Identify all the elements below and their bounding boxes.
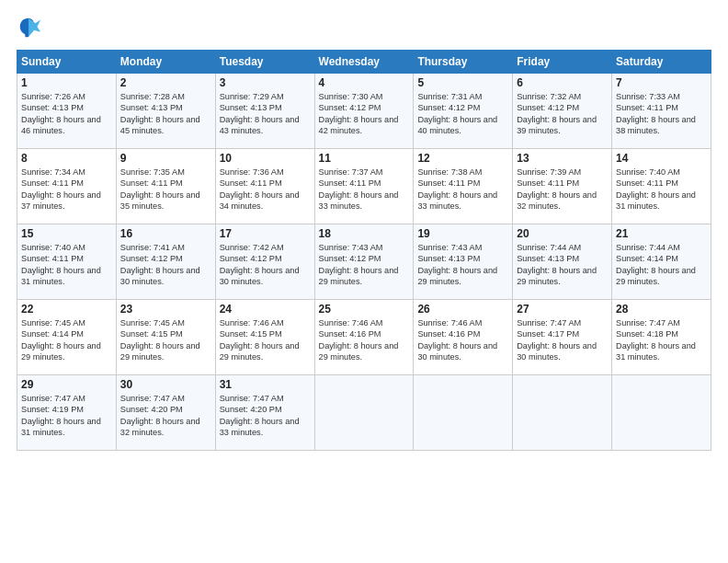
calendar-cell: 13 Sunrise: 7:39 AMSunset: 4:11 PMDaylig… (513, 149, 612, 224)
calendar-week-5: 29 Sunrise: 7:47 AMSunset: 4:19 PMDaylig… (17, 375, 711, 451)
page: SundayMondayTuesdayWednesdayThursdayFrid… (0, 0, 728, 563)
calendar-cell: 11 Sunrise: 7:37 AMSunset: 4:11 PMDaylig… (314, 149, 414, 224)
day-number: 22 (21, 303, 112, 316)
day-number: 2 (120, 76, 211, 89)
cell-content: Sunrise: 7:43 AMSunset: 4:12 PMDaylight:… (319, 242, 410, 288)
calendar-cell: 6 Sunrise: 7:32 AMSunset: 4:12 PMDayligh… (513, 74, 612, 149)
calendar-week-4: 22 Sunrise: 7:45 AMSunset: 4:14 PMDaylig… (17, 300, 711, 375)
day-number: 27 (517, 303, 608, 316)
calendar-cell: 16 Sunrise: 7:41 AMSunset: 4:12 PMDaylig… (116, 224, 215, 300)
day-number: 12 (417, 152, 508, 165)
calendar-cell (314, 375, 414, 451)
cell-content: Sunrise: 7:31 AMSunset: 4:12 PMDaylight:… (417, 91, 508, 137)
calendar-cell (612, 375, 711, 451)
day-number: 6 (517, 76, 608, 89)
calendar-cell: 7 Sunrise: 7:33 AMSunset: 4:11 PMDayligh… (612, 74, 711, 149)
day-number: 3 (220, 76, 311, 89)
day-number: 19 (417, 227, 508, 240)
cell-content: Sunrise: 7:44 AMSunset: 4:13 PMDaylight:… (517, 242, 608, 288)
cell-content: Sunrise: 7:47 AMSunset: 4:20 PMDaylight:… (120, 393, 211, 439)
calendar-cell: 29 Sunrise: 7:47 AMSunset: 4:19 PMDaylig… (17, 375, 117, 451)
calendar-cell: 25 Sunrise: 7:46 AMSunset: 4:16 PMDaylig… (314, 300, 414, 375)
day-number: 23 (120, 303, 211, 316)
cell-content: Sunrise: 7:45 AMSunset: 4:14 PMDaylight:… (21, 317, 112, 363)
cell-content: Sunrise: 7:32 AMSunset: 4:12 PMDaylight:… (517, 91, 608, 137)
calendar-cell: 2 Sunrise: 7:28 AMSunset: 4:13 PMDayligh… (116, 74, 215, 149)
calendar-cell (414, 375, 513, 451)
calendar-cell: 3 Sunrise: 7:29 AMSunset: 4:13 PMDayligh… (215, 74, 314, 149)
calendar-week-3: 15 Sunrise: 7:40 AMSunset: 4:11 PMDaylig… (17, 224, 711, 300)
calendar-cell: 4 Sunrise: 7:30 AMSunset: 4:12 PMDayligh… (314, 74, 414, 149)
day-number: 26 (417, 303, 508, 316)
col-header-tuesday: Tuesday (215, 51, 314, 74)
calendar-cell: 21 Sunrise: 7:44 AMSunset: 4:14 PMDaylig… (612, 224, 711, 300)
cell-content: Sunrise: 7:43 AMSunset: 4:13 PMDaylight:… (417, 242, 508, 288)
day-number: 18 (319, 227, 410, 240)
calendar-cell: 17 Sunrise: 7:42 AMSunset: 4:12 PMDaylig… (215, 224, 314, 300)
calendar-cell: 9 Sunrise: 7:35 AMSunset: 4:11 PMDayligh… (116, 149, 215, 224)
calendar-cell: 28 Sunrise: 7:47 AMSunset: 4:18 PMDaylig… (612, 300, 711, 375)
cell-content: Sunrise: 7:38 AMSunset: 4:11 PMDaylight:… (417, 167, 508, 213)
day-number: 30 (120, 378, 211, 391)
day-number: 8 (21, 152, 112, 165)
col-header-friday: Friday (513, 51, 612, 74)
day-number: 28 (616, 303, 707, 316)
cell-content: Sunrise: 7:34 AMSunset: 4:11 PMDaylight:… (21, 167, 112, 213)
cell-content: Sunrise: 7:39 AMSunset: 4:11 PMDaylight:… (517, 167, 608, 213)
day-number: 15 (21, 227, 112, 240)
calendar-cell: 15 Sunrise: 7:40 AMSunset: 4:11 PMDaylig… (17, 224, 117, 300)
cell-content: Sunrise: 7:47 AMSunset: 4:19 PMDaylight:… (21, 393, 112, 439)
day-number: 16 (120, 227, 211, 240)
col-header-saturday: Saturday (612, 51, 711, 74)
day-number: 17 (220, 227, 311, 240)
cell-content: Sunrise: 7:40 AMSunset: 4:11 PMDaylight:… (21, 242, 112, 288)
day-number: 7 (616, 76, 707, 89)
cell-content: Sunrise: 7:46 AMSunset: 4:15 PMDaylight:… (220, 317, 311, 363)
calendar-cell: 31 Sunrise: 7:47 AMSunset: 4:20 PMDaylig… (215, 375, 314, 451)
cell-content: Sunrise: 7:30 AMSunset: 4:12 PMDaylight:… (319, 91, 410, 137)
col-header-wednesday: Wednesday (314, 51, 414, 74)
day-number: 14 (616, 152, 707, 165)
cell-content: Sunrise: 7:37 AMSunset: 4:11 PMDaylight:… (319, 167, 410, 213)
calendar-week-1: 1 Sunrise: 7:26 AMSunset: 4:13 PMDayligh… (17, 74, 711, 149)
calendar-week-2: 8 Sunrise: 7:34 AMSunset: 4:11 PMDayligh… (17, 149, 711, 224)
cell-content: Sunrise: 7:35 AMSunset: 4:11 PMDaylight:… (120, 167, 211, 213)
day-number: 1 (21, 76, 112, 89)
calendar-cell: 10 Sunrise: 7:36 AMSunset: 4:11 PMDaylig… (215, 149, 314, 224)
cell-content: Sunrise: 7:26 AMSunset: 4:13 PMDaylight:… (21, 91, 112, 137)
calendar-table: SundayMondayTuesdayWednesdayThursdayFrid… (17, 50, 711, 451)
calendar-cell: 26 Sunrise: 7:46 AMSunset: 4:16 PMDaylig… (414, 300, 513, 375)
header (17, 15, 711, 40)
calendar-cell: 22 Sunrise: 7:45 AMSunset: 4:14 PMDaylig… (17, 300, 117, 375)
calendar-cell: 5 Sunrise: 7:31 AMSunset: 4:12 PMDayligh… (414, 74, 513, 149)
cell-content: Sunrise: 7:46 AMSunset: 4:16 PMDaylight:… (417, 317, 508, 363)
cell-content: Sunrise: 7:47 AMSunset: 4:20 PMDaylight:… (220, 393, 311, 439)
day-number: 13 (517, 152, 608, 165)
calendar-cell: 23 Sunrise: 7:45 AMSunset: 4:15 PMDaylig… (116, 300, 215, 375)
col-header-sunday: Sunday (17, 51, 117, 74)
day-number: 11 (319, 152, 410, 165)
day-number: 25 (319, 303, 410, 316)
cell-content: Sunrise: 7:42 AMSunset: 4:12 PMDaylight:… (220, 242, 311, 288)
calendar-cell (513, 375, 612, 451)
calendar-cell: 27 Sunrise: 7:47 AMSunset: 4:17 PMDaylig… (513, 300, 612, 375)
calendar-cell: 20 Sunrise: 7:44 AMSunset: 4:13 PMDaylig… (513, 224, 612, 300)
cell-content: Sunrise: 7:28 AMSunset: 4:13 PMDaylight:… (120, 91, 211, 137)
calendar-header-row: SundayMondayTuesdayWednesdayThursdayFrid… (17, 51, 711, 74)
calendar-cell: 24 Sunrise: 7:46 AMSunset: 4:15 PMDaylig… (215, 300, 314, 375)
day-number: 29 (21, 378, 112, 391)
calendar-cell: 8 Sunrise: 7:34 AMSunset: 4:11 PMDayligh… (17, 149, 117, 224)
calendar-cell: 18 Sunrise: 7:43 AMSunset: 4:12 PMDaylig… (314, 224, 414, 300)
day-number: 24 (220, 303, 311, 316)
calendar-cell: 14 Sunrise: 7:40 AMSunset: 4:11 PMDaylig… (612, 149, 711, 224)
day-number: 31 (220, 378, 311, 391)
cell-content: Sunrise: 7:47 AMSunset: 4:17 PMDaylight:… (517, 317, 608, 363)
calendar-cell: 12 Sunrise: 7:38 AMSunset: 4:11 PMDaylig… (414, 149, 513, 224)
cell-content: Sunrise: 7:40 AMSunset: 4:11 PMDaylight:… (616, 167, 707, 213)
logo (17, 15, 46, 40)
cell-content: Sunrise: 7:47 AMSunset: 4:18 PMDaylight:… (616, 317, 707, 363)
col-header-thursday: Thursday (414, 51, 513, 74)
day-number: 10 (220, 152, 311, 165)
calendar-cell: 19 Sunrise: 7:43 AMSunset: 4:13 PMDaylig… (414, 224, 513, 300)
col-header-monday: Monday (116, 51, 215, 74)
